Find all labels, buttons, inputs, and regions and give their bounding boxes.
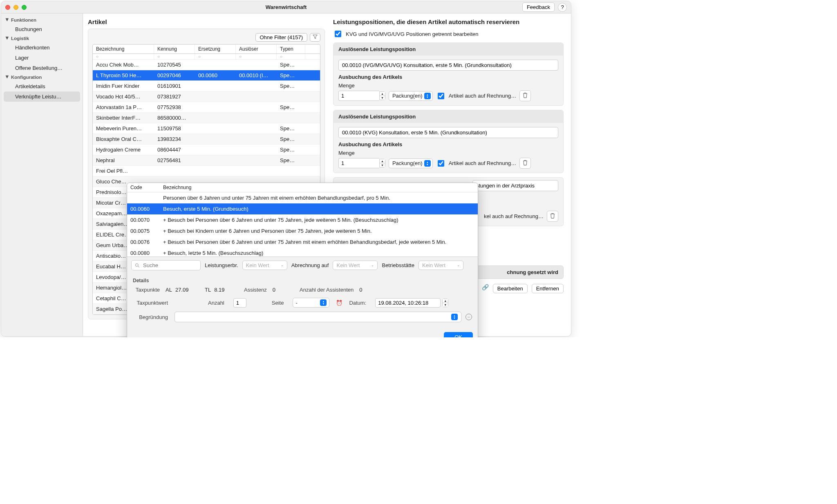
edit-button[interactable]: Bearbeiten bbox=[493, 284, 528, 293]
sidebar-item-verknuepfte-leistungen[interactable]: Verknüpfte Leistu… bbox=[4, 91, 80, 102]
table-cell bbox=[195, 60, 236, 70]
seite-select[interactable]: - ▲▼ bbox=[293, 298, 329, 308]
qty-input[interactable] bbox=[338, 158, 379, 168]
filter-abrechnung-select[interactable]: Kein Wert⌄ bbox=[333, 261, 378, 270]
table-row[interactable]: Hydrogalen Creme08604447Spe… bbox=[93, 145, 320, 155]
qty-stepper[interactable]: ▲▼ bbox=[379, 159, 385, 167]
table-cell: Accu Chek Mob… bbox=[93, 60, 154, 70]
search-input-wrap[interactable] bbox=[131, 260, 201, 270]
service-row[interactable]: 00.0075+ Besuch bei Kindern unter 6 Jahr… bbox=[127, 225, 478, 236]
col-bezeichnung[interactable]: Bezeichnung bbox=[93, 45, 154, 54]
col-ausloeser[interactable]: Auslöser bbox=[236, 45, 277, 54]
col-kennung[interactable]: Kennung bbox=[154, 45, 195, 54]
table-row[interactable]: Frei Oel Pfl… bbox=[93, 166, 320, 176]
chevron-down-icon: ▶ bbox=[5, 37, 9, 41]
remove-reason-icon[interactable]: − bbox=[465, 314, 472, 320]
delete-trigger-button[interactable] bbox=[519, 158, 531, 169]
qty-stepper[interactable]: ▲▼ bbox=[379, 91, 385, 100]
service-row[interactable]: 00.0076+ Besuch bei Personen über 6 Jahr… bbox=[127, 236, 478, 248]
trigger-input-partial[interactable] bbox=[472, 180, 558, 191]
assistenten-count-value: 0 bbox=[359, 287, 362, 293]
service-row[interactable]: 00.0060Besuch, erste 5 Min. (Grundbesuch… bbox=[127, 203, 478, 214]
table-cell: 00297046 bbox=[154, 70, 195, 80]
table-cell: 00.0060 bbox=[195, 70, 236, 80]
on-invoice-label: Artikel auch auf Rechnung… bbox=[449, 93, 516, 99]
delete-trigger-button-partial[interactable] bbox=[547, 211, 558, 222]
sidebar-item-offene-bestellungen[interactable]: Offene Bestellung… bbox=[1, 63, 83, 73]
unit-select[interactable]: Packung(en)▲▼ bbox=[389, 158, 433, 168]
sidebar-group-funktionen[interactable]: ▶Funktionen bbox=[1, 16, 83, 24]
search-input[interactable] bbox=[142, 262, 191, 269]
on-invoice-label-partial: kel auch auf Rechnung… bbox=[484, 213, 544, 219]
filter-abrechnung-label: Abrechnung auf bbox=[291, 262, 329, 268]
sidebar-group-logistik[interactable]: ▶Logistik bbox=[1, 34, 83, 42]
minimize-window-icon[interactable] bbox=[13, 5, 18, 10]
filter-icon-button[interactable] bbox=[310, 33, 320, 42]
table-cell: Hydrogalen Creme bbox=[93, 145, 154, 155]
split-positions-label: KVG und IVG/MVG/UVG Positionen getrennt … bbox=[346, 31, 478, 37]
ok-button[interactable]: OK bbox=[444, 332, 473, 337]
table-cell: L Thyroxin 50 He… bbox=[93, 70, 154, 80]
details-panel: Details Taxpunkte AL 27.09 TL 8.19 Assis… bbox=[127, 274, 478, 328]
trigger-head: Auslösende Leistungsposition bbox=[333, 110, 563, 123]
service-row[interactable]: 00.0070+ Besuch bei Personen über 6 Jahr… bbox=[127, 214, 478, 225]
table-cell: Frei Oel Pfl… bbox=[93, 166, 154, 176]
begruendung-select[interactable]: ▲▼ bbox=[175, 312, 461, 322]
datum-stepper[interactable]: ▲▼ bbox=[442, 299, 448, 307]
sidebar-item-buchungen[interactable]: Buchungen bbox=[1, 24, 83, 34]
al-label: AL bbox=[166, 287, 172, 293]
on-invoice-checkbox[interactable] bbox=[438, 160, 444, 167]
seite-label: Seite bbox=[272, 300, 286, 306]
table-cell bbox=[195, 155, 236, 165]
book-head: Ausbuchung des Artikels bbox=[338, 141, 558, 147]
table-header: Bezeichnung Kennung Ersetzung Auslöser T… bbox=[93, 45, 320, 54]
table-row[interactable]: Nephral02756481Spe… bbox=[93, 155, 320, 166]
unit-select[interactable]: Packung(en)▲▼ bbox=[389, 91, 433, 101]
datum-input[interactable] bbox=[375, 298, 441, 308]
zoom-window-icon[interactable] bbox=[22, 5, 27, 10]
col-code[interactable]: Code bbox=[127, 183, 160, 192]
col-ersetzung[interactable]: Ersetzung bbox=[195, 45, 236, 54]
table-cell bbox=[195, 123, 236, 134]
sidebar-item-lager[interactable]: Lager bbox=[1, 53, 83, 63]
service-row[interactable]: Personen über 6 Jahren und unter 75 Jahr… bbox=[127, 192, 478, 203]
table-cell: Skinbetter InterF… bbox=[93, 113, 154, 123]
sidebar-group-konfiguration[interactable]: ▶Konfiguration bbox=[1, 73, 83, 81]
filter-betriebsstaette-select[interactable]: Kein Wert⌄ bbox=[418, 261, 463, 270]
table-row[interactable]: Atorvastatin 1a P…07752938Spe… bbox=[93, 102, 320, 113]
trigger-value-input[interactable] bbox=[338, 127, 558, 138]
table-cell: Spe… bbox=[277, 70, 305, 80]
table-row[interactable]: L Thyroxin 50 He…0029704600.006000.0010 … bbox=[93, 70, 320, 81]
table-row[interactable]: Skinbetter InterF…86580000… bbox=[93, 113, 320, 123]
table-row[interactable]: Bloxaphte Oral C…13983234Spe… bbox=[93, 134, 320, 145]
feedback-button[interactable]: Feedback bbox=[522, 2, 555, 12]
table-cell: 00.0010 (I… bbox=[236, 70, 277, 80]
table-row[interactable]: Vocado Hct 40/5…07381927 bbox=[93, 91, 320, 102]
delete-trigger-button[interactable] bbox=[519, 90, 531, 101]
qty-input[interactable] bbox=[338, 91, 379, 101]
close-window-icon[interactable] bbox=[5, 5, 10, 10]
service-row[interactable]: 00.0080+ Besuch, letzte 5 Min. (Besuchsz… bbox=[127, 248, 478, 256]
articles-title: Artikel bbox=[88, 18, 325, 25]
sidebar-item-artikeldetails[interactable]: Artikeldetails bbox=[1, 81, 83, 91]
table-cell: 13983234 bbox=[154, 134, 195, 144]
table-row[interactable]: Accu Chek Mob…10270545Spe… bbox=[93, 60, 320, 70]
filter-button[interactable]: Ohne Filter (4157) bbox=[255, 33, 308, 42]
split-positions-checkbox[interactable] bbox=[335, 31, 341, 37]
remove-button[interactable]: Entfernen bbox=[532, 284, 564, 293]
trigger-value-input[interactable] bbox=[338, 60, 558, 71]
table-cell: Bloxaphte Oral C… bbox=[93, 134, 154, 144]
table-row[interactable]: Imidin Fuer Kinder01610901Spe… bbox=[93, 81, 320, 91]
chevron-down-icon: ▶ bbox=[5, 18, 9, 22]
on-invoice-checkbox[interactable] bbox=[438, 93, 444, 99]
table-cell bbox=[195, 113, 236, 123]
col-bezeichnung[interactable]: Bezeichnung bbox=[160, 183, 478, 192]
sidebar-item-haendlerkonten[interactable]: Händlerkonten bbox=[1, 42, 83, 53]
help-button[interactable]: ? bbox=[558, 3, 567, 12]
anzahl-input[interactable] bbox=[233, 298, 246, 308]
updown-icon: ▲▼ bbox=[451, 314, 458, 320]
col-typen[interactable]: Typen bbox=[277, 45, 305, 54]
filter-leistungserbr-select[interactable]: Kein Wert⌄ bbox=[242, 261, 287, 270]
table-row[interactable]: Mebeverin Puren…11509758Spe… bbox=[93, 123, 320, 134]
tl-value: 8.19 bbox=[214, 287, 224, 293]
